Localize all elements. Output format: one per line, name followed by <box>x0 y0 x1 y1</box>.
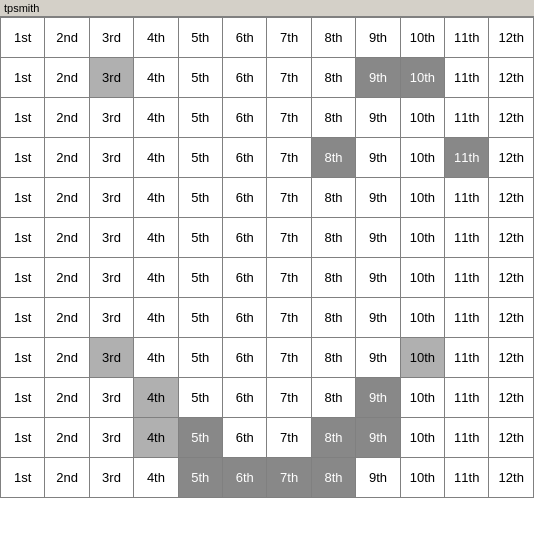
table-cell[interactable]: 5th <box>178 258 222 298</box>
table-cell[interactable]: 3rd <box>89 458 133 498</box>
table-cell[interactable]: 12th <box>489 58 534 98</box>
table-cell[interactable]: 2nd <box>45 458 89 498</box>
table-cell[interactable]: 10th <box>400 138 444 178</box>
table-cell[interactable]: 7th <box>267 458 311 498</box>
table-cell[interactable]: 11th <box>445 378 489 418</box>
table-cell[interactable]: 3rd <box>89 298 133 338</box>
table-cell[interactable]: 1st <box>1 98 45 138</box>
table-cell[interactable]: 8th <box>311 418 355 458</box>
table-cell[interactable]: 8th <box>311 218 355 258</box>
table-cell[interactable]: 12th <box>489 258 534 298</box>
table-cell[interactable]: 12th <box>489 418 534 458</box>
table-cell[interactable]: 10th <box>400 98 444 138</box>
table-cell[interactable]: 12th <box>489 138 534 178</box>
table-cell[interactable]: 9th <box>356 178 400 218</box>
table-cell[interactable]: 12th <box>489 178 534 218</box>
table-cell[interactable]: 11th <box>445 138 489 178</box>
table-cell[interactable]: 10th <box>400 178 444 218</box>
table-cell[interactable]: 11th <box>445 258 489 298</box>
table-cell[interactable]: 7th <box>267 378 311 418</box>
table-cell[interactable]: 5th <box>178 98 222 138</box>
table-cell[interactable]: 4th <box>134 178 178 218</box>
table-cell[interactable]: 5th <box>178 338 222 378</box>
table-cell[interactable]: 6th <box>223 458 267 498</box>
table-cell[interactable]: 7th <box>267 98 311 138</box>
table-cell[interactable]: 4th <box>134 138 178 178</box>
table-cell[interactable]: 9th <box>356 138 400 178</box>
table-cell[interactable]: 7th <box>267 218 311 258</box>
table-cell[interactable]: 8th <box>311 378 355 418</box>
table-cell[interactable]: 2nd <box>45 178 89 218</box>
table-cell[interactable]: 8th <box>311 298 355 338</box>
table-cell[interactable]: 9th <box>356 458 400 498</box>
table-cell[interactable]: 8th <box>311 18 355 58</box>
table-cell[interactable]: 12th <box>489 458 534 498</box>
table-cell[interactable]: 4th <box>134 418 178 458</box>
table-cell[interactable]: 7th <box>267 138 311 178</box>
table-cell[interactable]: 12th <box>489 338 534 378</box>
table-cell[interactable]: 7th <box>267 338 311 378</box>
table-cell[interactable]: 6th <box>223 178 267 218</box>
table-cell[interactable]: 6th <box>223 258 267 298</box>
table-cell[interactable]: 6th <box>223 338 267 378</box>
table-cell[interactable]: 4th <box>134 218 178 258</box>
table-cell[interactable]: 6th <box>223 98 267 138</box>
table-cell[interactable]: 10th <box>400 58 444 98</box>
table-cell[interactable]: 8th <box>311 258 355 298</box>
table-cell[interactable]: 10th <box>400 298 444 338</box>
table-cell[interactable]: 5th <box>178 58 222 98</box>
table-cell[interactable]: 1st <box>1 418 45 458</box>
table-cell[interactable]: 1st <box>1 298 45 338</box>
table-cell[interactable]: 4th <box>134 378 178 418</box>
table-cell[interactable]: 3rd <box>89 378 133 418</box>
table-cell[interactable]: 12th <box>489 378 534 418</box>
table-cell[interactable]: 11th <box>445 218 489 258</box>
table-cell[interactable]: 6th <box>223 18 267 58</box>
table-cell[interactable]: 2nd <box>45 138 89 178</box>
table-cell[interactable]: 5th <box>178 458 222 498</box>
table-cell[interactable]: 11th <box>445 18 489 58</box>
table-cell[interactable]: 11th <box>445 338 489 378</box>
table-cell[interactable]: 4th <box>134 338 178 378</box>
table-cell[interactable]: 5th <box>178 418 222 458</box>
table-cell[interactable]: 4th <box>134 298 178 338</box>
table-cell[interactable]: 5th <box>178 138 222 178</box>
table-cell[interactable]: 2nd <box>45 258 89 298</box>
table-cell[interactable]: 11th <box>445 298 489 338</box>
table-cell[interactable]: 9th <box>356 378 400 418</box>
table-cell[interactable]: 1st <box>1 18 45 58</box>
table-cell[interactable]: 6th <box>223 58 267 98</box>
table-cell[interactable]: 1st <box>1 58 45 98</box>
table-cell[interactable]: 11th <box>445 418 489 458</box>
table-cell[interactable]: 2nd <box>45 18 89 58</box>
table-cell[interactable]: 3rd <box>89 98 133 138</box>
table-cell[interactable]: 4th <box>134 18 178 58</box>
table-cell[interactable]: 11th <box>445 58 489 98</box>
table-cell[interactable]: 5th <box>178 218 222 258</box>
table-cell[interactable]: 7th <box>267 418 311 458</box>
table-cell[interactable]: 11th <box>445 178 489 218</box>
table-cell[interactable]: 5th <box>178 18 222 58</box>
table-cell[interactable]: 12th <box>489 18 534 58</box>
table-cell[interactable]: 8th <box>311 98 355 138</box>
table-cell[interactable]: 1st <box>1 258 45 298</box>
table-cell[interactable]: 2nd <box>45 58 89 98</box>
table-cell[interactable]: 10th <box>400 458 444 498</box>
table-cell[interactable]: 1st <box>1 138 45 178</box>
table-cell[interactable]: 1st <box>1 218 45 258</box>
table-cell[interactable]: 6th <box>223 298 267 338</box>
table-cell[interactable]: 10th <box>400 378 444 418</box>
table-cell[interactable]: 10th <box>400 218 444 258</box>
table-cell[interactable]: 3rd <box>89 58 133 98</box>
table-cell[interactable]: 9th <box>356 218 400 258</box>
table-cell[interactable]: 3rd <box>89 418 133 458</box>
table-cell[interactable]: 2nd <box>45 218 89 258</box>
table-cell[interactable]: 10th <box>400 258 444 298</box>
table-cell[interactable]: 4th <box>134 458 178 498</box>
table-cell[interactable]: 2nd <box>45 298 89 338</box>
table-cell[interactable]: 2nd <box>45 98 89 138</box>
table-cell[interactable]: 6th <box>223 218 267 258</box>
table-cell[interactable]: 3rd <box>89 338 133 378</box>
table-cell[interactable]: 4th <box>134 258 178 298</box>
table-cell[interactable]: 3rd <box>89 218 133 258</box>
